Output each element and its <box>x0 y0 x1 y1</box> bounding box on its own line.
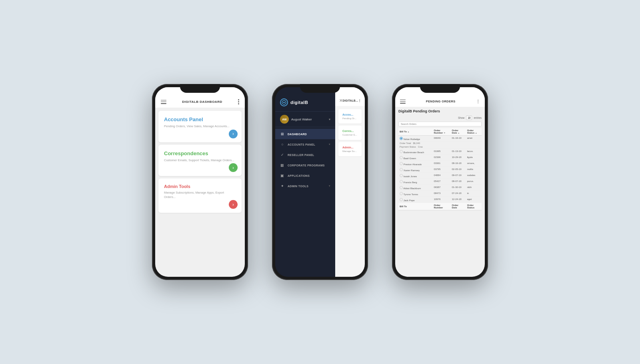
hamburger-icon[interactable] <box>161 100 166 104</box>
table-row[interactable]: Preston Alvarado 03361 08-16-18 ornare, <box>398 161 482 167</box>
show-select[interactable]: 10 <box>466 116 472 120</box>
row-radio-9[interactable] <box>400 198 403 201</box>
cell-order-number: 01995 <box>433 149 451 155</box>
cell-order-date: 01-13-19 <box>450 149 466 155</box>
sidebar-logo: digitalB <box>275 87 335 111</box>
logo-text: digitalB <box>290 100 308 105</box>
table-row[interactable]: Isaiah Jones 04884 09-07-19 sodales <box>398 173 482 179</box>
table-row[interactable]: Jack Pope 10976 12-24-18 eget <box>398 197 482 203</box>
col-bill-to[interactable]: Bill To ▲ <box>398 128 433 136</box>
cell-order-number: 03361 <box>433 161 451 167</box>
orders-more-icon[interactable]: ⋮ <box>476 99 480 104</box>
more-options-icon[interactable] <box>238 99 239 104</box>
row-radio-8[interactable] <box>400 192 403 195</box>
sidebar-user[interactable]: AW August Walker ▾ <box>275 111 335 127</box>
sidebar-right-dots[interactable]: ⋮ <box>358 99 362 102</box>
foot-order-status: OrderStatus <box>466 203 482 210</box>
orders-header: PENDING ORDERS ⋮ <box>395 87 485 107</box>
cell-order-status: nibh <box>466 185 482 191</box>
cell-order-status: in <box>466 191 482 197</box>
cell-order-number: 05427 <box>433 179 451 185</box>
row-radio-1[interactable] <box>400 150 403 153</box>
table-row[interactable]: Tyrone Torres 08473 07-24-18 in <box>398 191 482 197</box>
table-row[interactable]: Nolan Rutledge 00649 01-16-19 amet <box>398 136 482 142</box>
phone-dashboard: DIGITALB DASHBOARD Accounts Panel Pendin… <box>152 84 248 280</box>
sidebar-item-admin-label: ADMIN TOOLS <box>288 185 326 188</box>
search-orders-input[interactable] <box>398 122 482 126</box>
table-row[interactable]: Xavier Ramsey 03795 02-05-19 mollis <box>398 167 482 173</box>
accounts-caret-icon: ▾ <box>329 143 330 146</box>
order-total-label: Order Total $6,040 <box>398 142 450 145</box>
row-radio-0[interactable] <box>400 137 403 140</box>
col-order-status[interactable]: OrderStatus ▲ <box>466 128 482 136</box>
row-radio-7[interactable] <box>400 186 403 189</box>
cell-order-status: mollis <box>466 167 482 173</box>
sidebar-item-dashboard[interactable]: ⊞ DASHBOARD <box>275 129 335 139</box>
row-radio-2[interactable] <box>400 156 403 159</box>
orders-hamburger-icon[interactable] <box>400 100 406 104</box>
user-caret-icon: ▾ <box>329 118 330 121</box>
cell-bill-to: Francis Berg <box>398 179 433 185</box>
sidebar-item-admin-tools[interactable]: ✦ ADMIN TOOLS ▾ <box>275 181 335 191</box>
phone3-screen: PENDING ORDERS ⋮ DigitalB Pending Orders… <box>395 87 485 277</box>
cell-order-status: ornare, <box>466 161 482 167</box>
accounts-panel-icon: ○ <box>280 142 285 147</box>
payment-row: Payment Status Cras <box>398 145 482 149</box>
sidebar-item-reseller-label: RESELLER PANEL <box>288 154 330 156</box>
cell-bill-to: Isaiah Jones <box>398 173 433 179</box>
sort-status-icon: ▲ <box>475 132 477 134</box>
row-radio-4[interactable] <box>400 168 403 171</box>
right-card-corres: Corres... Customer E... <box>338 126 362 140</box>
col-order-date[interactable]: OrderDate ▲ <box>450 128 466 136</box>
right-card-admin: Admin... Manage Su... <box>338 142 362 156</box>
table-row[interactable]: Basil Green 02396 10-29-18 ligula <box>398 155 482 161</box>
cell-order-status: ligula <box>466 155 482 161</box>
cell-order-number: 03795 <box>433 167 451 173</box>
cell-order-date: 02-05-19 <box>450 167 466 173</box>
admin-tools-card[interactable]: Admin Tools Manage Subscriptions, Manage… <box>158 178 242 213</box>
right-admin-desc: Manage Su... <box>342 150 358 152</box>
cell-order-number: 08473 <box>433 191 451 197</box>
right-corres-title: Corres... <box>342 130 358 132</box>
phone-orders: PENDING ORDERS ⋮ DigitalB Pending Orders… <box>392 84 488 280</box>
cell-bill-to: Buckminster Beach <box>398 149 433 155</box>
show-label: Show <box>458 116 464 119</box>
right-accounts-desc: Pending Or... <box>342 117 358 120</box>
payment-status-label: Payment Status Cras <box>398 145 450 149</box>
sidebar-right-panel: ✕ DIGITALB... ⋮ Accou... Pending Or... C… <box>335 87 365 277</box>
phone-sidebar: digitalB AW August Walker ▾ ⊞ DASHBOARD … <box>272 84 368 280</box>
row-radio-6[interactable] <box>400 180 403 183</box>
cell-order-date: 08-07-18 <box>450 179 466 185</box>
table-row[interactable]: Abbot Blackburn 06387 01-30-19 nibh <box>398 185 482 191</box>
row-radio-3[interactable] <box>400 162 403 165</box>
accounts-card-desc: Pending Orders, View Sales, Manage Accou… <box>164 124 236 129</box>
col-order-number[interactable]: OrderNumber ▼ <box>433 128 451 136</box>
cell-order-date: 01-30-19 <box>450 185 466 191</box>
cell-order-number: 00649 <box>433 136 451 142</box>
cell-order-status: purus. <box>466 179 482 185</box>
phone2-screen: digitalB AW August Walker ▾ ⊞ DASHBOARD … <box>275 87 365 277</box>
cell-bill-to: Xavier Ramsey <box>398 167 433 173</box>
cell-order-date: 10-29-18 <box>450 155 466 161</box>
close-icon[interactable]: ✕ <box>339 98 343 103</box>
table-row[interactable]: Buckminster Beach 01995 01-13-19 lacus. <box>398 149 482 155</box>
sidebar-item-applications[interactable]: ▣ APPLICATIONS <box>275 170 335 181</box>
sidebar-item-corporate-programs[interactable]: ▦ CORPORATE PROGRAMS <box>275 160 335 170</box>
table-row[interactable]: Francis Berg 05427 08-07-18 purus. <box>398 179 482 185</box>
admin-arrow-button[interactable]: › <box>229 200 238 209</box>
sidebar-menu: digitalB AW August Walker ▾ ⊞ DASHBOARD … <box>275 87 335 277</box>
correspondences-arrow-button[interactable]: › <box>229 163 238 172</box>
row-radio-5[interactable] <box>400 174 403 177</box>
user-avatar: AW <box>280 115 289 124</box>
phone1-screen: DIGITALB DASHBOARD Accounts Panel Pendin… <box>155 87 245 277</box>
correspondences-card[interactable]: Correspondences Customer Emails, Support… <box>158 145 242 176</box>
phone1-header: DIGITALB DASHBOARD <box>155 87 245 108</box>
accounts-arrow-button[interactable]: › <box>229 130 238 138</box>
dashboard-icon: ⊞ <box>280 132 285 136</box>
sidebar-item-applications-label: APPLICATIONS <box>288 174 330 177</box>
accounts-card[interactable]: Accounts Panel Pending Orders, View Sale… <box>158 111 242 142</box>
sidebar-item-reseller-panel[interactable]: ✓ RESELLER PANEL <box>275 150 335 160</box>
user-name: August Walker <box>291 118 326 121</box>
cell-order-date: 07-24-18 <box>450 191 466 197</box>
sidebar-item-accounts-panel[interactable]: ○ ACCOUNTS PANEL ▾ <box>275 139 335 150</box>
